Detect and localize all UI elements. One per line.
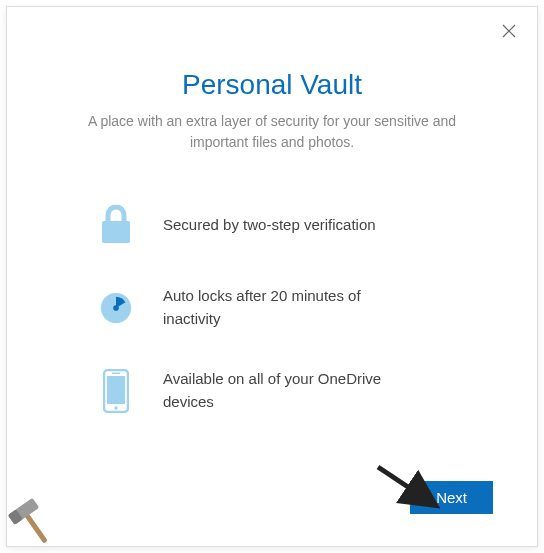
feature-list: Secured by two-step verification Auto lo… (47, 203, 497, 413)
svg-point-7 (114, 406, 118, 410)
lock-icon (97, 203, 135, 247)
feature-item: Available on all of your OneDrive device… (97, 368, 477, 413)
dialog-title: Personal Vault (47, 69, 497, 101)
close-icon (502, 24, 516, 38)
dialog-subtitle: A place with an extra layer of security … (77, 111, 467, 153)
svg-point-4 (113, 305, 119, 311)
svg-rect-8 (112, 372, 120, 374)
feature-item: Auto locks after 20 minutes of inactivit… (97, 285, 477, 330)
phone-icon (97, 369, 135, 413)
clock-icon (97, 286, 135, 330)
feature-item: Secured by two-step verification (97, 203, 477, 247)
feature-text: Auto locks after 20 minutes of inactivit… (163, 285, 413, 330)
close-button[interactable] (497, 19, 521, 43)
dialog-footer: Next (47, 481, 497, 526)
dialog-header: Personal Vault A place with an extra lay… (47, 69, 497, 153)
svg-rect-2 (102, 221, 130, 243)
next-button[interactable]: Next (410, 481, 493, 514)
personal-vault-dialog: Personal Vault A place with an extra lay… (6, 6, 538, 547)
svg-rect-6 (107, 376, 125, 404)
feature-text: Secured by two-step verification (163, 214, 376, 237)
feature-text: Available on all of your OneDrive device… (163, 368, 413, 413)
